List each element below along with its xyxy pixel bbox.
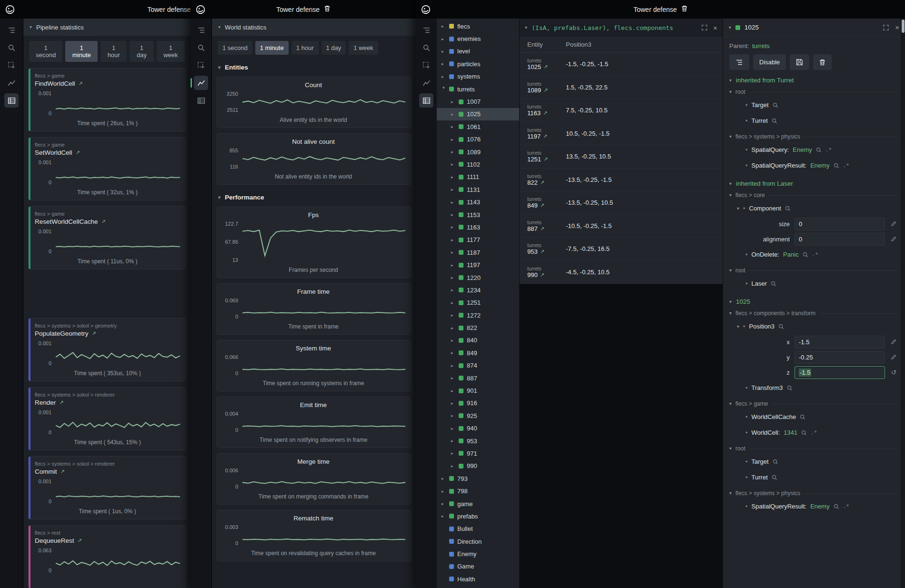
external-link-icon[interactable]: ↗ bbox=[78, 538, 82, 544]
tree-item[interactable]: ▸ 1163 bbox=[437, 221, 519, 233]
search-icon[interactable] bbox=[4, 40, 19, 55]
expander-icon[interactable]: ▸ bbox=[451, 413, 455, 418]
query-input[interactable]: (IsA, prefabs.Laser), flecs.components bbox=[532, 24, 697, 31]
expander-icon[interactable]: ▸ bbox=[451, 100, 455, 104]
expander-icon[interactable]: ▸ bbox=[451, 464, 455, 468]
search-icon[interactable] bbox=[834, 504, 839, 509]
tree-item[interactable]: ▸ 990 bbox=[437, 460, 519, 472]
expander-icon[interactable]: ▸ bbox=[442, 87, 446, 91]
external-link-icon[interactable]: ↗ bbox=[60, 468, 65, 475]
pipeline-stat-card[interactable]: flecs > systems > sokol > renderer Rende… bbox=[28, 387, 186, 450]
scope-flecs-core[interactable]: ▾ flecs > core bbox=[729, 192, 897, 199]
query-result-row[interactable]: turrets 990 ↗ -4.5, -0.25, 10.5 bbox=[520, 261, 723, 284]
tree-item[interactable]: ▸ Game bbox=[437, 560, 519, 573]
tag-row-turret[interactable]: • Turret bbox=[729, 113, 897, 129]
disable-button[interactable]: Disable bbox=[753, 54, 786, 70]
time-range-button[interactable]: 1 hour bbox=[101, 41, 127, 62]
search-icon[interactable] bbox=[787, 385, 793, 391]
tree-item[interactable]: ▸ 1089 bbox=[437, 146, 519, 158]
search-icon[interactable] bbox=[785, 206, 791, 211]
world-stat-card[interactable]: Emit time 0.004 0 Time spent on bbox=[217, 397, 411, 448]
tree-item[interactable]: ▸ game bbox=[437, 498, 519, 510]
expander-icon[interactable]: ▸ bbox=[451, 350, 455, 355]
edit-icon[interactable] bbox=[890, 236, 897, 242]
table-icon[interactable] bbox=[4, 93, 19, 108]
pair-row-spatialqueryresult[interactable]: • SpatialQueryResult: Enemy .* bbox=[729, 498, 897, 514]
expander-icon[interactable]: ▸ bbox=[451, 326, 455, 330]
expander-icon[interactable]: ▸ bbox=[451, 112, 455, 117]
time-range-button[interactable]: 1 minute bbox=[255, 41, 289, 55]
pipeline-stat-card[interactable]: flecs > game ResetWorldCellCache ↗ 0.001… bbox=[28, 206, 186, 269]
expand-icon[interactable] bbox=[702, 25, 707, 30]
search-icon[interactable] bbox=[419, 40, 433, 55]
tree-item[interactable]: ▸ level bbox=[437, 45, 519, 58]
external-link-icon[interactable]: ↗ bbox=[92, 330, 96, 337]
expander-icon[interactable]: ▸ bbox=[451, 313, 455, 318]
wildcard-icon[interactable]: .* bbox=[811, 429, 817, 436]
expander-icon[interactable]: ▸ bbox=[451, 225, 455, 229]
expander-icon[interactable]: ▸ bbox=[442, 74, 446, 79]
scope-physics[interactable]: ▾ flecs > systems > physics bbox=[729, 490, 897, 497]
external-link-icon[interactable]: ↗ bbox=[540, 272, 544, 278]
tree-item[interactable]: ▸ 1061 bbox=[437, 120, 519, 133]
expander-icon[interactable]: ▸ bbox=[451, 275, 455, 280]
section-inherited-from-laser[interactable]: ▾ inherited from Laser bbox=[729, 180, 897, 187]
hierarchy-button[interactable] bbox=[729, 54, 749, 70]
search-icon[interactable] bbox=[772, 475, 777, 480]
external-link-icon[interactable]: ↗ bbox=[540, 179, 544, 186]
expander-icon[interactable]: ▸ bbox=[451, 426, 455, 431]
external-link-icon[interactable]: ↗ bbox=[543, 156, 548, 162]
chevron-down-icon[interactable]: ▾ bbox=[737, 324, 739, 329]
external-link-icon[interactable]: ↗ bbox=[540, 202, 544, 209]
query-select-icon[interactable] bbox=[4, 58, 19, 72]
expander-icon[interactable]: ▸ bbox=[451, 363, 455, 368]
edit-icon[interactable] bbox=[890, 221, 897, 227]
pipeline-stat-card[interactable]: flecs > game FindWorldCell ↗ 0.001 0 bbox=[28, 68, 186, 131]
query-result-row[interactable]: turrets 887 ↗ -10.5, -0.25, -1.5 bbox=[520, 215, 723, 238]
search-icon[interactable] bbox=[803, 252, 808, 258]
tree-item[interactable]: ▸ Direction bbox=[437, 535, 519, 548]
scope-root[interactable]: ▾ root bbox=[729, 445, 897, 452]
expander-icon[interactable]: ▸ bbox=[442, 514, 446, 518]
tree-item[interactable]: ▸ 1025 bbox=[437, 108, 519, 120]
query-result-row[interactable]: turrets 822 ↗ -13.5, -0.25, -1.5 bbox=[520, 169, 723, 192]
delete-button[interactable] bbox=[813, 54, 832, 70]
external-link-icon[interactable]: ↗ bbox=[79, 80, 83, 87]
scrollbar[interactable] bbox=[901, 19, 905, 588]
chart-icon[interactable] bbox=[194, 76, 208, 90]
search-icon[interactable] bbox=[801, 430, 807, 436]
scope-transform[interactable]: ▾ flecs > components > transform bbox=[729, 310, 897, 317]
expander-icon[interactable]: ▸ bbox=[442, 49, 446, 54]
expander-icon[interactable]: ▸ bbox=[451, 376, 455, 380]
scope-physics[interactable]: ▾ flecs > systems > physics bbox=[729, 133, 897, 140]
alignment-input[interactable]: 0 bbox=[794, 233, 885, 246]
pipeline-stat-card[interactable]: flecs > rest DequeueRest ↗ 0.063 0 bbox=[28, 525, 186, 588]
search-icon[interactable] bbox=[778, 324, 784, 329]
tree-item[interactable]: ▸ 1197 bbox=[437, 259, 519, 271]
expander-icon[interactable]: ▸ bbox=[451, 137, 455, 142]
expander-icon[interactable]: ▸ bbox=[442, 24, 446, 29]
expander-icon[interactable]: ▸ bbox=[451, 124, 455, 129]
tree-item[interactable]: ▸ 971 bbox=[437, 447, 519, 459]
tree-item[interactable]: ▸ 1187 bbox=[437, 246, 519, 259]
chevron-down-icon[interactable]: ▾ bbox=[729, 25, 731, 30]
expander-icon[interactable]: ▸ bbox=[451, 187, 455, 192]
tree-item[interactable]: ▸ 1131 bbox=[437, 183, 519, 196]
tree-item[interactable]: ▸ 822 bbox=[437, 321, 519, 334]
external-link-icon[interactable]: ↗ bbox=[543, 64, 548, 70]
pair-row-spatialquery[interactable]: • SpatialQuery: Enemy .* bbox=[729, 142, 897, 158]
tree-icon[interactable] bbox=[4, 23, 19, 37]
scope-root[interactable]: ▾ root bbox=[729, 89, 897, 95]
world-stat-card[interactable]: System time 0.066 0 Time spent o bbox=[217, 340, 411, 391]
world-stat-card[interactable]: Frame time 0.069 0 Time spent in bbox=[217, 283, 411, 335]
expander-icon[interactable]: ▸ bbox=[451, 288, 455, 292]
wildcard-icon[interactable]: .* bbox=[843, 162, 849, 169]
trash-icon[interactable] bbox=[324, 5, 330, 13]
external-link-icon[interactable]: ↗ bbox=[543, 110, 547, 116]
component-row-position3[interactable]: ▾ • Position3 bbox=[729, 319, 897, 334]
world-stat-card[interactable]: Merge time 0.006 0 Time spent on bbox=[217, 453, 411, 505]
expander-icon[interactable]: ▸ bbox=[451, 389, 455, 393]
search-icon[interactable] bbox=[772, 118, 777, 124]
tree-item[interactable]: ▸ 1111 bbox=[437, 171, 519, 183]
world-stat-card[interactable]: Not alive count 855 116 Not aliv bbox=[217, 133, 411, 185]
